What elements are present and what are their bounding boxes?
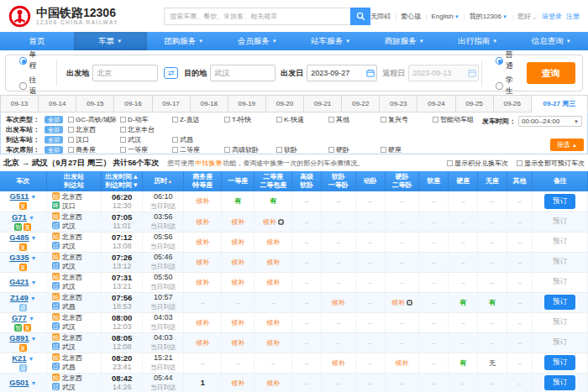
query-button[interactable]: 查询 xyxy=(527,62,575,84)
book-button[interactable]: 预订 xyxy=(544,194,575,209)
waitlist-link[interactable]: 候补 xyxy=(266,319,280,327)
column-header[interactable]: 软卧一等卧 xyxy=(321,171,355,191)
waitlist-link[interactable]: 候补 xyxy=(231,339,244,347)
filter-checkbox-硬座[interactable]: 硬座 xyxy=(381,145,433,154)
date-tab-09-25[interactable]: 09-25 xyxy=(456,95,494,112)
train-number-link[interactable]: G421 xyxy=(9,277,29,286)
waitlist-link[interactable]: 候补 xyxy=(196,197,209,205)
train-number-link[interactable]: G485 xyxy=(9,233,29,242)
date-tab-09-18[interactable]: 09-18 xyxy=(191,95,228,112)
from-station-input[interactable] xyxy=(92,65,158,81)
date-tab-09-17[interactable]: 09-17 xyxy=(153,95,191,112)
expand-train-icon[interactable]: ▼ xyxy=(31,336,37,342)
filter-checkbox-智能动车组[interactable]: 智能动车组 xyxy=(433,115,485,124)
filter-checkbox-二等座[interactable]: 二等座 xyxy=(172,145,224,154)
date-tab-09-20[interactable]: 09-20 xyxy=(266,95,304,112)
column-header[interactable]: 出发时间▲到达时间▼ xyxy=(102,171,143,191)
waitlist-link[interactable]: 候补 xyxy=(196,238,209,246)
waitlist-link[interactable]: 候补 xyxy=(231,238,244,246)
waitlist-link[interactable]: 候补 xyxy=(231,259,244,266)
register-link[interactable]: 注册 xyxy=(566,12,580,21)
filter-collapse-button[interactable]: 筛选 ▲ xyxy=(550,139,584,151)
train-number-link[interactable]: G71 xyxy=(12,212,27,222)
date-tab-09-16[interactable]: 09-16 xyxy=(114,95,152,112)
date-tab-09-27 周三[interactable]: 09-27 周三 xyxy=(532,95,588,112)
passenger-type-普通[interactable]: 普通 xyxy=(496,50,519,71)
train-number-link[interactable]: Z149 xyxy=(10,293,29,302)
login-link[interactable]: 请登录 xyxy=(542,12,562,21)
transfer-link[interactable]: 中转换乘 xyxy=(195,159,222,167)
waitlist-link[interactable]: 候补 xyxy=(263,218,276,226)
top-link-1[interactable]: 爱心版 xyxy=(401,12,421,21)
nav-item-出行指南[interactable]: 出行指南▼ xyxy=(441,32,515,50)
waitlist-link[interactable]: 候补 xyxy=(266,379,280,387)
filter-checkbox-汉口[interactable]: 汉口 xyxy=(68,135,120,144)
filter-checkbox-软卧[interactable]: 软卧 xyxy=(276,145,328,154)
column-header[interactable]: 软座 xyxy=(419,171,449,191)
expand-train-icon[interactable]: ▼ xyxy=(30,295,36,301)
waitlist-link[interactable]: 候补 xyxy=(196,259,209,266)
filter-all-chip[interactable]: 全部 xyxy=(45,116,63,123)
column-header[interactable]: 历时▲ xyxy=(143,171,184,191)
top-link-0[interactable]: 无障碍 xyxy=(370,12,391,21)
filter-checkbox-北京西[interactable]: 北京西 xyxy=(68,125,120,134)
column-header[interactable]: 二等座二等包座 xyxy=(255,171,292,191)
filter-checkbox-Z-直达[interactable]: Z-直达 xyxy=(172,115,224,124)
train-number-link[interactable]: G891 xyxy=(9,333,29,342)
book-button[interactable]: 预订 xyxy=(544,295,575,310)
filter-all-chip[interactable]: 全部 xyxy=(45,146,63,154)
display-checkbox-显示积分兑换车次[interactable]: 显示积分兑换车次 xyxy=(447,159,508,168)
filter-checkbox-商务座[interactable]: 商务座 xyxy=(68,145,120,154)
column-header[interactable]: 硬卧二等卧 xyxy=(385,171,419,191)
filter-checkbox-T-特快[interactable]: T-特快 xyxy=(224,115,276,124)
column-header[interactable]: 出发站到达站 xyxy=(46,171,101,191)
filter-checkbox-武汉[interactable]: 武汉 xyxy=(120,135,172,144)
waitlist-link[interactable]: 候补 xyxy=(231,379,244,387)
train-number-link[interactable]: G335 xyxy=(9,253,29,262)
date-tab-09-23[interactable]: 09-23 xyxy=(380,95,417,112)
column-header[interactable]: 无座 xyxy=(478,171,507,191)
column-header[interactable]: 备注 xyxy=(533,171,588,191)
book-button[interactable]: 预订 xyxy=(544,355,575,370)
waitlist-link[interactable]: 候补 xyxy=(231,279,244,286)
nav-item-车票[interactable]: 车票▼ xyxy=(74,32,148,50)
to-station-input[interactable] xyxy=(210,65,276,81)
train-number-link[interactable]: K21 xyxy=(12,353,26,363)
column-header[interactable]: 高级软卧 xyxy=(292,171,322,191)
site-search-input[interactable] xyxy=(164,8,350,25)
waitlist-link[interactable]: 候补 xyxy=(196,339,209,347)
filter-checkbox-GC-高铁/城际[interactable]: GC-高铁/城际 xyxy=(68,115,120,124)
train-number-link[interactable]: G501 xyxy=(9,378,29,387)
expand-train-icon[interactable]: ▼ xyxy=(30,194,36,200)
date-tab-09-19[interactable]: 09-19 xyxy=(228,95,266,112)
expand-train-icon[interactable]: ▼ xyxy=(31,235,37,241)
waitlist-link[interactable]: 候补 xyxy=(196,218,209,226)
nav-item-商旅服务[interactable]: 商旅服务▼ xyxy=(368,32,442,50)
calendar-icon[interactable] xyxy=(366,69,375,77)
expand-train-icon[interactable]: ▼ xyxy=(29,215,34,221)
nav-item-会员服务[interactable]: 会员服务▼ xyxy=(221,32,295,50)
waitlist-link[interactable]: 候补 xyxy=(196,319,209,327)
column-header[interactable]: 硬座 xyxy=(449,171,478,191)
filter-checkbox-复兴号[interactable]: 复兴号 xyxy=(381,115,433,124)
expand-train-icon[interactable]: ▼ xyxy=(31,280,37,285)
book-button[interactable]: 预订 xyxy=(544,375,575,390)
nav-item-团购服务[interactable]: 团购服务▼ xyxy=(147,32,221,50)
expand-train-icon[interactable]: ▼ xyxy=(29,356,34,362)
filter-checkbox-武昌[interactable]: 武昌 xyxy=(172,135,224,144)
date-tab-09-21[interactable]: 09-21 xyxy=(304,95,342,112)
column-header[interactable]: 动卧 xyxy=(355,171,385,191)
nav-item-首页[interactable]: 首页 xyxy=(0,32,74,50)
date-tab-09-15[interactable]: 09-15 xyxy=(76,95,114,112)
train-number-link[interactable]: G77 xyxy=(12,313,27,322)
filter-checkbox-D-动车[interactable]: D-动车 xyxy=(120,115,172,124)
trip-type-单程[interactable]: 单程 xyxy=(19,50,43,71)
filter-checkbox-一等座[interactable]: 一等座 xyxy=(120,145,172,154)
top-link-3[interactable]: 我的12306▼ xyxy=(470,12,507,21)
waitlist-link[interactable]: 候补 xyxy=(391,299,405,306)
display-checkbox-显示全部可预订车次[interactable]: 显示全部可预订车次 xyxy=(517,159,585,168)
column-header[interactable]: 车次 xyxy=(0,171,46,191)
date-tab-09-24[interactable]: 09-24 xyxy=(417,95,455,112)
column-header[interactable]: 一等座 xyxy=(222,171,255,191)
top-link-2[interactable]: English▼ xyxy=(431,13,459,20)
